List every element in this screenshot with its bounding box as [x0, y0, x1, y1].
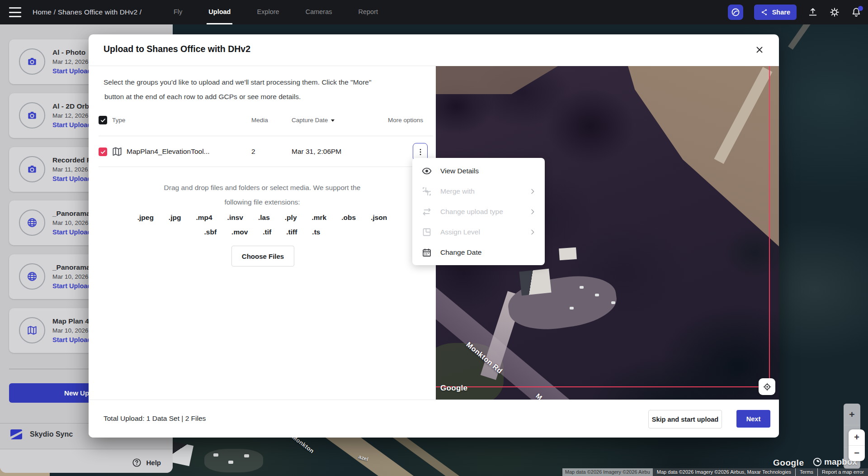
tab-report[interactable]: Report	[356, 0, 380, 24]
chevron-right-icon	[528, 208, 537, 216]
calendar-icon	[421, 247, 432, 258]
camera-icon	[26, 163, 38, 175]
file-extension: .ts	[312, 228, 320, 236]
file-extension: .las	[258, 214, 270, 222]
card-title: Al - Photo	[52, 48, 85, 57]
zoom-in-button[interactable]: +	[849, 429, 865, 446]
total-upload-label: Total Upload: 1 Data Set | 2 Files	[104, 414, 206, 423]
select-all-checkbox[interactable]	[99, 116, 107, 124]
map-attribution: Map data ©2026 Imagery ©2026 Airbu Map d…	[562, 468, 868, 476]
kebab-icon	[416, 148, 425, 157]
file-extension: .mp4	[196, 214, 212, 222]
file-extension: .obs	[341, 214, 356, 222]
extension-list: .jpeg.jpg.mp4.insv.las.ply.mrk.obs.json	[89, 214, 436, 222]
start-upload-link[interactable]: Start Upload	[52, 67, 91, 75]
file-extension: .jpeg	[137, 214, 154, 222]
map-icon	[26, 324, 38, 336]
settings-button[interactable]	[829, 7, 840, 18]
file-extension: .sbf	[204, 228, 217, 236]
menu-item-label: Change Date	[440, 248, 537, 257]
file-extension: .mrk	[312, 214, 327, 222]
gear-icon	[829, 7, 840, 18]
zoom-out-button[interactable]: −	[849, 446, 865, 462]
card-date: Mar 12, 2026,	[52, 58, 90, 65]
hamburger-menu-button[interactable]	[9, 7, 21, 17]
close-button[interactable]	[752, 42, 767, 57]
modal-footer: Total Upload: 1 Data Set | 2 Files Skip …	[89, 400, 779, 438]
attribution-text-google: Map data ©2026 Imagery ©2026 Airbus, Max…	[653, 468, 795, 476]
nav-actions: Share	[728, 0, 862, 24]
tab-cameras[interactable]: Cameras	[304, 0, 334, 24]
notification-badge	[858, 6, 863, 11]
report-map-error-link[interactable]: Report a map error	[817, 468, 868, 476]
modal-description: Select the groups you'd like to upload a…	[104, 78, 425, 86]
file-extension: .json	[371, 214, 387, 222]
skydio-sync-item[interactable]: Skydio Sync	[10, 428, 73, 441]
notifications-button[interactable]	[851, 7, 862, 18]
dropzone-text[interactable]: Drag and drop files and folders or selec…	[89, 184, 436, 192]
file-extension: .insv	[227, 214, 243, 222]
google-logo: Google	[440, 384, 467, 393]
tab-explore[interactable]: Explore	[255, 0, 281, 24]
modal-title: Upload to Shanes Office with DHv2	[104, 44, 250, 54]
menu-item-view-details[interactable]: View Details	[412, 161, 545, 181]
merge-icon	[421, 186, 432, 197]
map-car	[228, 461, 233, 464]
tab-upload[interactable]: Upload	[207, 0, 232, 24]
menu-item-label: Change upload type	[440, 208, 528, 216]
card-icon-circle	[19, 209, 45, 236]
dropzone-text: following file extensions:	[89, 198, 436, 206]
menu-item-change-date[interactable]: Change Date	[412, 242, 545, 262]
tab-fly[interactable]: Fly	[172, 0, 184, 24]
skip-and-start-upload-button[interactable]: Skip and start upload	[648, 410, 722, 428]
map-clearing	[204, 449, 263, 472]
menu-item-assign-level: Assign Level	[412, 222, 545, 242]
start-upload-link[interactable]: Start Upload	[52, 228, 91, 236]
card-date: Mar 11, 2026,	[52, 166, 90, 173]
attribution-text-mapbox: Map data ©2026 Imagery ©2026 Airbu	[562, 468, 653, 476]
globe-icon	[26, 217, 38, 228]
card-title: Al - 2D Orbit	[52, 102, 93, 110]
start-upload-link[interactable]: Start Upload	[52, 336, 91, 343]
row-checkbox[interactable]	[99, 148, 107, 156]
start-upload-link[interactable]: Start Upload	[52, 282, 91, 290]
menu-item-label: View Details	[440, 167, 537, 175]
map-car	[213, 453, 218, 457]
divider	[99, 136, 433, 136]
start-upload-link[interactable]: Start Upload	[52, 121, 91, 129]
choose-files-button[interactable]: Choose Files	[231, 246, 294, 267]
upload-tray-icon	[807, 7, 818, 18]
terms-link[interactable]: Terms	[795, 468, 817, 476]
share-button[interactable]: Share	[754, 5, 797, 20]
chevron-right-icon	[528, 187, 537, 195]
camera-icon	[26, 109, 38, 121]
help-button[interactable]: Help	[132, 457, 161, 468]
globe-button[interactable]	[728, 5, 743, 20]
locate-button[interactable]	[759, 378, 775, 395]
sidebar-footer: Help	[0, 449, 173, 473]
sort-caret-icon	[331, 119, 335, 122]
card-date: Mar 12, 2026,	[52, 112, 90, 119]
dataset-name: MapPlan4_ElevationTool...	[127, 148, 210, 156]
file-extension: .tif	[263, 228, 271, 236]
file-extension: .ply	[285, 214, 297, 222]
help-label: Help	[146, 459, 161, 466]
modal-description: button at the end of each row to add GCP…	[104, 93, 425, 101]
eye-icon	[421, 166, 432, 176]
start-upload-link[interactable]: Start Upload	[52, 175, 91, 182]
next-button[interactable]: Next	[736, 410, 770, 428]
dataset-media-count: 2	[251, 148, 255, 156]
card-title: Recorded Fl	[52, 156, 93, 164]
file-extension: .mov	[231, 228, 248, 236]
chevron-right-icon	[528, 228, 537, 236]
column-header-capture-date[interactable]: Capture Date	[292, 117, 335, 124]
upload-tray-button[interactable]	[807, 7, 818, 18]
top-nav: Home / Shanes Office with DHv2 / FlyUplo…	[0, 0, 868, 24]
share-icon	[760, 8, 769, 16]
breadcrumb[interactable]: Home / Shanes Office with DHv2 /	[33, 0, 142, 24]
card-icon-circle	[19, 263, 45, 290]
zoom-in-button[interactable]: +	[844, 404, 860, 425]
swap-icon	[421, 206, 432, 217]
column-header-type: Type	[112, 117, 125, 124]
divider	[89, 66, 436, 66]
